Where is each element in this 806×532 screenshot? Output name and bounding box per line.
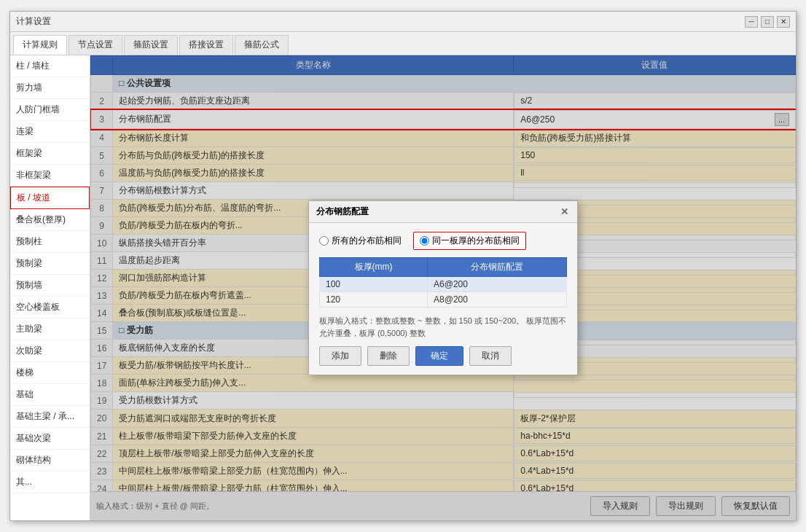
modal-thickness: 120 bbox=[320, 292, 428, 308]
title-bar: 计算设置 ─ □ ✕ bbox=[10, 12, 796, 32]
modal-overlay: 分布钢筋配置 ✕ 所有的分布筋相同 同一板厚的分布筋相同 bbox=[90, 55, 796, 520]
main-window: 计算设置 ─ □ ✕ 计算规则 节点设置 箍筋设置 搭接设置 箍筋公式 柱 / … bbox=[9, 11, 797, 521]
radio-option-same-thickness[interactable]: 同一板厚的分布筋相同 bbox=[413, 232, 526, 250]
tab-node-settings[interactable]: 节点设置 bbox=[69, 35, 122, 55]
radio-all-same-input[interactable] bbox=[319, 236, 329, 246]
modal-table: 板厚(mm) 分布钢筋配置 100A6@200120A8@200 bbox=[319, 257, 567, 308]
sidebar-item-slab-slope[interactable]: 板 / 坡道 bbox=[10, 187, 90, 209]
sidebar-item-wall-column[interactable]: 柱 / 墙柱 bbox=[10, 55, 90, 77]
add-button[interactable]: 添加 bbox=[319, 346, 361, 366]
sidebar-item-non-frame-beam[interactable]: 非框架梁 bbox=[10, 165, 90, 187]
sidebar-item-precast-beam[interactable]: 预制梁 bbox=[10, 253, 90, 275]
modal-thickness: 100 bbox=[320, 277, 428, 292]
radio-all-same-label: 所有的分布筋相同 bbox=[332, 235, 402, 247]
modal-body: 所有的分布筋相同 同一板厚的分布筋相同 板厚(mm) 分 bbox=[309, 223, 577, 375]
sidebar-item-secondary-beam[interactable]: 次助梁 bbox=[10, 340, 90, 362]
radio-same-thickness-input[interactable] bbox=[420, 236, 429, 246]
delete-button[interactable]: 删除 bbox=[367, 346, 410, 366]
sidebar-item-main-beam[interactable]: 主助梁 bbox=[10, 318, 90, 340]
modal-config: A6@200 bbox=[428, 277, 567, 292]
sidebar-item-hollow-slab[interactable]: 空心楼盖板 bbox=[10, 297, 90, 318]
close-button[interactable]: ✕ bbox=[777, 16, 790, 28]
radio-row: 所有的分布筋相同 同一板厚的分布筋相同 bbox=[319, 232, 567, 250]
window-title: 计算设置 bbox=[16, 15, 51, 28]
sidebar-item-link-beam[interactable]: 连梁 bbox=[10, 121, 90, 143]
sidebar-item-precast-wall[interactable]: 预制墙 bbox=[10, 275, 90, 297]
sidebar-item-entrance-wall[interactable]: 人防门框墙 bbox=[10, 99, 90, 121]
radio-option-all-same[interactable]: 所有的分布筋相同 bbox=[319, 235, 402, 247]
tab-calc-rules[interactable]: 计算规则 bbox=[13, 35, 67, 55]
tab-stirrup-formula[interactable]: 箍筋公式 bbox=[235, 35, 289, 55]
sidebar-item-main-foundation-beam[interactable]: 基础主梁 / 承... bbox=[10, 406, 90, 428]
modal-dialog: 分布钢筋配置 ✕ 所有的分布筋相同 同一板厚的分布筋相同 bbox=[308, 200, 578, 375]
modal-buttons: 添加 删除 确定 取消 bbox=[319, 346, 567, 366]
tab-lap-settings[interactable]: 搭接设置 bbox=[179, 35, 233, 55]
sidebar-item-frame-beam[interactable]: 框架梁 bbox=[10, 143, 90, 165]
modal-col-config: 分布钢筋配置 bbox=[428, 258, 567, 277]
sidebar-item-foundation[interactable]: 基础 bbox=[10, 384, 90, 406]
modal-table-row[interactable]: 120A8@200 bbox=[320, 292, 567, 308]
minimize-button[interactable]: ─ bbox=[745, 16, 758, 28]
sidebar-item-other[interactable]: 其... bbox=[10, 472, 90, 493]
sidebar-item-secondary-foundation-beam[interactable]: 基础次梁 bbox=[10, 428, 90, 450]
modal-hint: 板厚输入格式：整数或整数 ~ 整数，如 150 或 150~200。 板厚范围不… bbox=[319, 315, 567, 339]
confirm-button[interactable]: 确定 bbox=[415, 346, 463, 366]
sidebar-item-masonry[interactable]: 砌体结构 bbox=[10, 450, 90, 472]
sidebar-item-stairs[interactable]: 楼梯 bbox=[10, 362, 90, 384]
modal-table-row[interactable]: 100A6@200 bbox=[320, 277, 567, 292]
modal-close-button[interactable]: ✕ bbox=[558, 206, 570, 218]
sidebar-item-precast-column[interactable]: 预制柱 bbox=[10, 231, 90, 253]
cancel-button[interactable]: 取消 bbox=[469, 346, 512, 366]
sidebar: 柱 / 墙柱 剪力墙 人防门框墙 连梁 框架梁 非框架梁 板 / 坡道 叠合板(… bbox=[10, 55, 90, 520]
tabs-bar: 计算规则 节点设置 箍筋设置 搭接设置 箍筋公式 bbox=[10, 32, 796, 55]
sidebar-item-shear-wall[interactable]: 剪力墙 bbox=[10, 77, 90, 99]
content-area: 柱 / 墙柱 剪力墙 人防门框墙 连梁 框架梁 非框架梁 板 / 坡道 叠合板(… bbox=[10, 55, 796, 520]
tab-stirrup-settings[interactable]: 箍筋设置 bbox=[124, 35, 178, 55]
modal-title-bar: 分布钢筋配置 ✕ bbox=[309, 201, 577, 223]
modal-title: 分布钢筋配置 bbox=[316, 206, 369, 218]
sidebar-item-composite[interactable]: 叠合板(整厚) bbox=[10, 209, 90, 231]
maximize-button[interactable]: □ bbox=[761, 16, 774, 28]
window-controls: ─ □ ✕ bbox=[745, 16, 790, 28]
modal-config: A8@200 bbox=[428, 292, 567, 308]
modal-col-thickness: 板厚(mm) bbox=[320, 258, 428, 277]
radio-same-thickness-label: 同一板厚的分布筋相同 bbox=[432, 235, 520, 247]
main-area: 类型名称 设置值 □ 公共设置项2起始受力钢筋、负筋距支座边距离s/23分布钢筋… bbox=[90, 55, 796, 520]
